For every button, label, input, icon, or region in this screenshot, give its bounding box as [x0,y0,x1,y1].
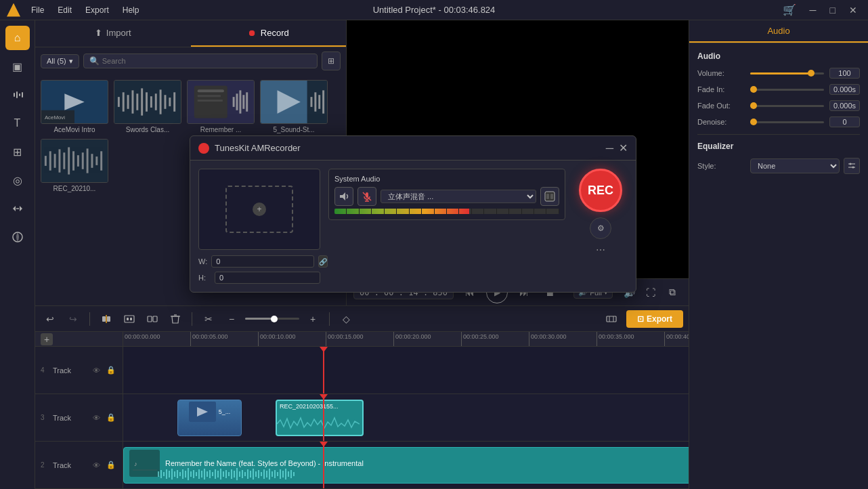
toolbar-audio[interactable] [5,83,30,107]
toolbar-filters[interactable] [5,225,30,249]
volume-slider[interactable] [750,72,824,75]
zoom-out-button[interactable]: − [222,310,241,328]
add-area-icon[interactable]: + [253,203,266,216]
toolbar-text[interactable]: T [5,111,30,135]
section-divider [697,134,860,135]
group-button[interactable] [120,310,139,328]
undo-button[interactable]: ↩ [41,310,60,328]
track-visibility-button[interactable]: 👁 [90,364,102,377]
toolbar-templates[interactable]: ⊞ [5,140,30,164]
search-input[interactable] [102,57,311,65]
audio-device-select[interactable]: 立体声混音 ... [381,190,536,203]
height-label: H: [198,274,211,282]
app-title: Untitled Project* - 00:03:46.824 [373,5,496,15]
timeline-tracks: 00:00:00.000 00:00:05.000 00:00:10.000 0… [123,332,689,489]
system-audio-section: System Audio 立体声混音 ... [328,169,565,220]
svg-rect-47 [68,147,70,174]
timeline-ruler: 00:00:00.000 00:00:05.000 00:00:10.000 0… [123,332,689,347]
height-input[interactable] [215,272,320,284]
mark-button[interactable]: ◇ [337,310,355,328]
track-number: 4 [41,366,49,374]
maximize-button[interactable]: □ [826,3,840,17]
svg-rect-37 [311,97,313,107]
track-lock-button[interactable]: 🔒 [105,459,117,471]
svg-rect-56 [107,316,110,322]
settings-button[interactable] [602,310,621,328]
svg-rect-51 [87,148,89,173]
audio-tab[interactable]: Audio [689,20,868,43]
rec-button[interactable]: REC [579,169,622,212]
media-toolbar: All (5) ▾ 🔍 ⊞ [35,47,346,75]
grid-view-button[interactable]: ⊞ [322,51,341,70]
rec-clip[interactable]: REC_20210203155... [276,400,364,436]
track-lock-button[interactable]: 🔒 [105,364,117,377]
denoise-slider[interactable] [750,121,824,123]
audio-clip[interactable]: ♪ Remember the Name (feat. Styles of Bey… [123,447,689,484]
menu-export[interactable]: Export [80,4,114,16]
svg-rect-42 [45,156,47,166]
media-item[interactable]: REC_20210... [41,139,108,192]
snap-button[interactable] [97,310,116,328]
width-input[interactable] [211,255,314,268]
fullscreen-button[interactable]: ⛶ [641,283,660,302]
track-lock-button[interactable]: 🔒 [105,412,117,424]
rec-settings-button[interactable]: ⚙ [590,217,611,239]
more-options-icon[interactable]: ⋯ [596,244,605,255]
video-clip[interactable]: 5_... [177,400,242,436]
cut-button[interactable]: ✂ [199,310,218,328]
playhead [323,347,324,394]
media-item[interactable]: AceMovi AceMovi Intro [41,80,108,133]
fade-out-slider[interactable] [750,105,824,107]
menu-help[interactable]: Help [117,4,145,16]
svg-rect-49 [77,155,79,167]
delete-button[interactable] [166,310,185,328]
lock-ratio-icon[interactable]: 🔗 [318,255,328,268]
minimize-button[interactable]: ─ [806,3,821,17]
mic-mute-icon[interactable] [357,187,376,206]
ungroup-button[interactable] [143,310,162,328]
toolbar-home[interactable]: ⌂ [5,26,30,50]
zoom-thumb[interactable] [271,316,278,322]
zoom-in-button[interactable]: + [303,310,322,328]
recorder-dialog: TunesKit AMRecorder ─ ✕ + W: 🔗 H: [190,135,636,293]
close-button[interactable]: ✕ [845,3,861,17]
filter-value: All (5) [47,57,66,65]
fade-in-slider[interactable] [750,89,824,91]
track-visibility-button[interactable]: 👁 [90,459,102,471]
recorder-minimize-button[interactable]: ─ [606,142,613,154]
menu-file[interactable]: File [26,4,49,16]
toolbar-transitions[interactable] [5,196,30,221]
cart-icon[interactable]: 🛒 [779,2,800,18]
media-filter-dropdown[interactable]: All (5) ▾ [41,54,79,68]
track-visibility-button[interactable]: 👁 [90,412,102,424]
track-number: 2 [41,461,49,469]
meter-bar [334,209,559,214]
style-select[interactable]: None [750,158,840,173]
add-track-button[interactable]: + [41,333,53,345]
export-button[interactable]: ⊡ Export [626,310,683,328]
media-item[interactable]: 5_Sound-St... [260,80,328,133]
track-label: Track [53,414,71,422]
svg-rect-15 [136,93,138,110]
ruler-mark: 00:00:20.000 [394,333,431,340]
menu-edit[interactable]: Edit [52,4,77,16]
recorder-preview-area: + [225,186,293,233]
audio-speaker-icon[interactable] [334,187,353,206]
recorder-close-button[interactable]: ✕ [619,142,628,154]
media-item[interactable]: Swords Clas... [114,80,181,133]
import-tab[interactable]: ⬆ Import [35,20,191,47]
record-tab[interactable]: ⏺ Record [191,20,347,47]
clip-label: REC_20210203155... [280,403,360,410]
toolbar-media[interactable]: ▣ [5,54,30,79]
redo-button[interactable]: ↪ [64,310,83,328]
volume-label: Volume: [697,69,745,77]
equalizer-controls: None [750,158,860,174]
app-logo [7,3,20,17]
svg-rect-17 [146,92,148,111]
toolbar-separator [329,312,330,326]
eq-settings-button[interactable] [844,158,860,174]
pip-button[interactable]: ⧉ [663,283,682,302]
media-item[interactable]: Remember ... [187,80,255,133]
toolbar-effects[interactable]: ◎ [5,168,30,192]
svg-rect-0 [14,93,15,97]
